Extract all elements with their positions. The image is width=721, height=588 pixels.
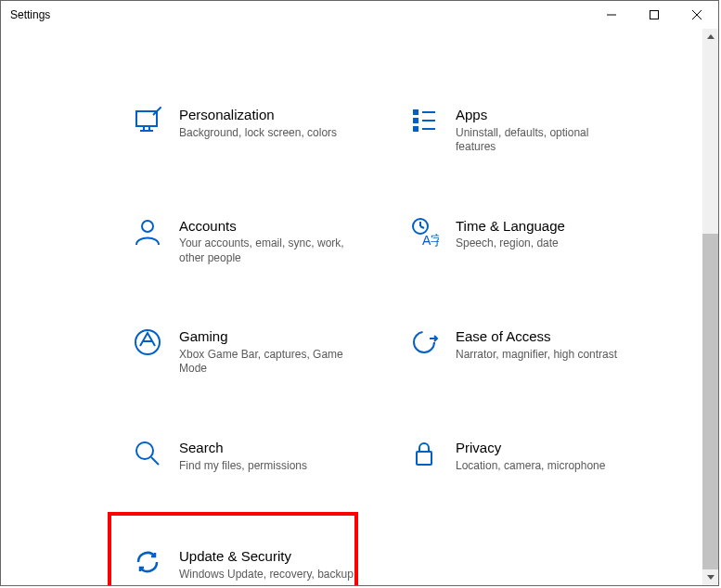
settings-tile-gaming[interactable]: GamingXbox Game Bar, captures, Game Mode: [131, 322, 380, 382]
tile-text: PersonalizationBackground, lock screen, …: [179, 106, 337, 140]
tile-text: Update & SecurityWindows Update, recover…: [179, 547, 354, 582]
tile-description: Background, lock screen, colors: [179, 126, 337, 141]
tile-text: PrivacyLocation, camera, microphone: [456, 439, 605, 473]
tile-description: Location, camera, microphone: [456, 459, 605, 474]
apps-icon: [409, 106, 439, 135]
settings-tile-item-1[interactable]: Wi-Fi, airplane mode, VPN: [407, 29, 656, 49]
tile-label: Accounts: [179, 217, 355, 236]
tile-text: SearchFind my files, permissions: [179, 439, 307, 473]
tile-label: Privacy: [456, 439, 605, 457]
tile-description: Xbox Game Bar, captures, Game Mode: [179, 348, 355, 377]
settings-tile-time-language[interactable]: Time & LanguageSpeech, region, date: [407, 211, 656, 272]
settings-tile-item-0[interactable]: Link your Android, iPhone: [131, 29, 380, 49]
tile-label: Update & Security: [179, 547, 354, 566]
maximize-button[interactable]: [633, 1, 676, 29]
tile-description: Find my files, permissions: [179, 459, 307, 474]
settings-tile-ease-of-access[interactable]: Ease of AccessNarrator, magnifier, high …: [407, 322, 656, 382]
tile-text: AccountsYour accounts, email, sync, work…: [179, 217, 355, 266]
tile-description: Narrator, magnifier, high contrast: [456, 348, 617, 363]
settings-tile-search[interactable]: SearchFind my files, permissions: [131, 433, 380, 491]
ease-of-access-icon: [409, 327, 439, 357]
tile-text: AppsUninstall, defaults, optional featur…: [456, 106, 632, 155]
tile-description: Windows Update, recovery, backup: [179, 568, 354, 582]
close-button[interactable]: [676, 1, 718, 29]
scroll-track[interactable]: [702, 45, 718, 569]
tile-text: Time & LanguageSpeech, region, date: [456, 217, 565, 251]
svg-rect-1: [650, 11, 659, 19]
gaming-icon: [133, 327, 162, 357]
minimize-button[interactable]: [590, 1, 633, 29]
update-icon: [133, 547, 162, 577]
settings-grid: Link your Android, iPhoneWi-Fi, airplane…: [1, 29, 702, 585]
scroll-down-arrow[interactable]: [702, 569, 718, 585]
settings-window: Settings Link your Android, iPhoneWi-Fi,…: [0, 0, 719, 586]
tile-label: Apps: [456, 106, 632, 124]
search-icon: [133, 439, 162, 468]
tile-label: Personalization: [179, 106, 337, 124]
settings-tile-privacy[interactable]: PrivacyLocation, camera, microphone: [407, 433, 656, 491]
personalize-icon: [133, 106, 162, 135]
accounts-icon: [133, 217, 162, 247]
scroll-content: Link your Android, iPhoneWi-Fi, airplane…: [1, 29, 702, 585]
svg-marker-4: [707, 34, 715, 39]
titlebar: Settings: [1, 1, 718, 29]
settings-tile-update-security[interactable]: Update & SecurityWindows Update, recover…: [131, 542, 380, 585]
tile-description: Your accounts, email, sync, work, other …: [179, 236, 355, 265]
window-title: Settings: [10, 8, 590, 21]
tile-text: GamingXbox Game Bar, captures, Game Mode: [179, 327, 355, 377]
scroll-up-arrow[interactable]: [702, 29, 718, 45]
tile-label: Gaming: [179, 327, 355, 346]
tile-label: Search: [179, 439, 307, 457]
settings-tile-accounts[interactable]: AccountsYour accounts, email, sync, work…: [131, 211, 380, 272]
scroll-thumb[interactable]: [702, 234, 718, 569]
settings-tile-personalization[interactable]: PersonalizationBackground, lock screen, …: [131, 100, 380, 160]
vertical-scrollbar[interactable]: [702, 29, 718, 585]
tile-description: Speech, region, date: [456, 236, 565, 251]
svg-marker-5: [707, 575, 715, 580]
content-area: Link your Android, iPhoneWi-Fi, airplane…: [1, 29, 718, 585]
window-controls: [590, 1, 718, 29]
tile-label: Time & Language: [456, 217, 565, 236]
time-language-icon: [409, 217, 439, 247]
privacy-icon: [409, 439, 439, 468]
settings-tile-apps[interactable]: AppsUninstall, defaults, optional featur…: [407, 100, 656, 160]
tile-text: Ease of AccessNarrator, magnifier, high …: [456, 327, 617, 362]
tile-label: Ease of Access: [456, 327, 617, 346]
tile-description: Uninstall, defaults, optional features: [456, 126, 632, 155]
